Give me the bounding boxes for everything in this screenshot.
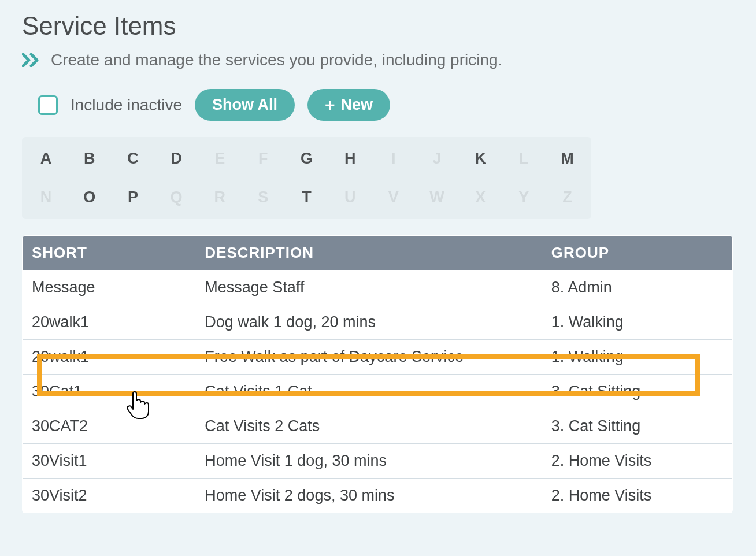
alpha-letter-n: N (38, 188, 54, 206)
alpha-letter-g[interactable]: G (299, 150, 314, 168)
double-chevron-icon (22, 53, 43, 67)
cell-description: Free Walk as part of Daycare Service (195, 340, 542, 375)
alpha-letter-w: W (429, 188, 444, 206)
controls-row: Include inactive Show All + New (22, 89, 734, 121)
alpha-letter-q: Q (168, 188, 184, 206)
show-all-label: Show All (212, 96, 277, 114)
cell-group: 1. Walking (542, 305, 733, 340)
table-row[interactable]: 30Visit2Home Visit 2 dogs, 30 mins2. Hom… (23, 479, 733, 513)
alpha-letter-k[interactable]: K (473, 150, 488, 168)
subtitle-row: Create and manage the services you provi… (22, 51, 734, 69)
new-button[interactable]: + New (307, 89, 390, 121)
cell-description: Cat Visits 2 Cats (195, 409, 542, 444)
cell-description: Dog walk 1 dog, 20 mins (195, 305, 542, 340)
cell-description: Home Visit 2 dogs, 30 mins (195, 479, 542, 513)
cell-group: 3. Cat Sitting (542, 409, 733, 444)
alpha-letter-a[interactable]: A (38, 150, 54, 168)
alpha-row-2: NOPQRSTUVWXYZ (38, 188, 575, 206)
cell-group: 2. Home Visits (542, 479, 733, 513)
include-inactive-checkbox[interactable] (38, 95, 58, 115)
table-row[interactable]: 30Visit1Home Visit 1 dog, 30 mins2. Home… (23, 444, 733, 479)
subtitle-text: Create and manage the services you provi… (51, 51, 502, 69)
cell-description: Cat Visits 1 Cat (195, 375, 542, 409)
cell-description: Home Visit 1 dog, 30 mins (195, 444, 542, 479)
cell-short: 30Visit2 (23, 479, 196, 513)
service-table: SHORT DESCRIPTION GROUP MessageMessage S… (22, 235, 733, 513)
cell-group: 2. Home Visits (542, 444, 733, 479)
alpha-letter-x: X (473, 188, 488, 206)
alpha-filter: ABCDEFGHIJKLM NOPQRSTUVWXYZ (22, 137, 591, 219)
alpha-letter-d[interactable]: D (168, 150, 184, 168)
cell-short: 30Cat1 (23, 375, 196, 409)
col-header-description[interactable]: DESCRIPTION (195, 236, 542, 270)
cell-description: Message Staff (195, 270, 542, 305)
alpha-letter-u: U (342, 188, 358, 206)
alpha-letter-p[interactable]: P (125, 188, 140, 206)
col-header-group[interactable]: GROUP (542, 236, 733, 270)
table-row[interactable]: 20walk1Dog walk 1 dog, 20 mins1. Walking (23, 305, 733, 340)
alpha-letter-f: F (255, 150, 271, 168)
alpha-letter-b[interactable]: B (81, 150, 97, 168)
cell-short: 20walk1 (23, 340, 196, 375)
alpha-letter-i: I (386, 150, 401, 168)
alpha-letter-z: Z (559, 188, 575, 206)
table-row[interactable]: 30CAT2Cat Visits 2 Cats3. Cat Sitting (23, 409, 733, 444)
cell-group: 3. Cat Sitting (542, 375, 733, 409)
alpha-row-1: ABCDEFGHIJKLM (38, 150, 575, 168)
new-label: New (341, 96, 373, 114)
alpha-letter-y: Y (516, 188, 532, 206)
cell-short: Message (23, 270, 196, 305)
cell-group: 8. Admin (542, 270, 733, 305)
include-inactive-label: Include inactive (71, 96, 182, 114)
alpha-letter-t[interactable]: T (299, 188, 314, 206)
alpha-letter-h[interactable]: H (342, 150, 358, 168)
table-header-row: SHORT DESCRIPTION GROUP (23, 236, 733, 270)
alpha-letter-m[interactable]: M (559, 150, 575, 168)
table-row[interactable]: MessageMessage Staff8. Admin (23, 270, 733, 305)
plus-icon: + (325, 97, 335, 114)
alpha-letter-e: E (212, 150, 228, 168)
alpha-letter-j: J (429, 150, 444, 168)
alpha-letter-r: R (212, 188, 228, 206)
alpha-letter-l: L (516, 150, 532, 168)
alpha-letter-o[interactable]: O (81, 188, 97, 206)
show-all-button[interactable]: Show All (195, 89, 295, 121)
col-header-short[interactable]: SHORT (23, 236, 196, 270)
cell-short: 30CAT2 (23, 409, 196, 444)
cell-short: 30Visit1 (23, 444, 196, 479)
table-row[interactable]: 30Cat1Cat Visits 1 Cat3. Cat Sitting (23, 375, 733, 409)
table-row[interactable]: 20walk1Free Walk as part of Daycare Serv… (23, 340, 733, 375)
page-title: Service Items (22, 12, 734, 40)
alpha-letter-c[interactable]: C (125, 150, 140, 168)
cell-short: 20walk1 (23, 305, 196, 340)
cell-group: 1. Walking (542, 340, 733, 375)
alpha-letter-s: S (255, 188, 271, 206)
alpha-letter-v: V (386, 188, 401, 206)
